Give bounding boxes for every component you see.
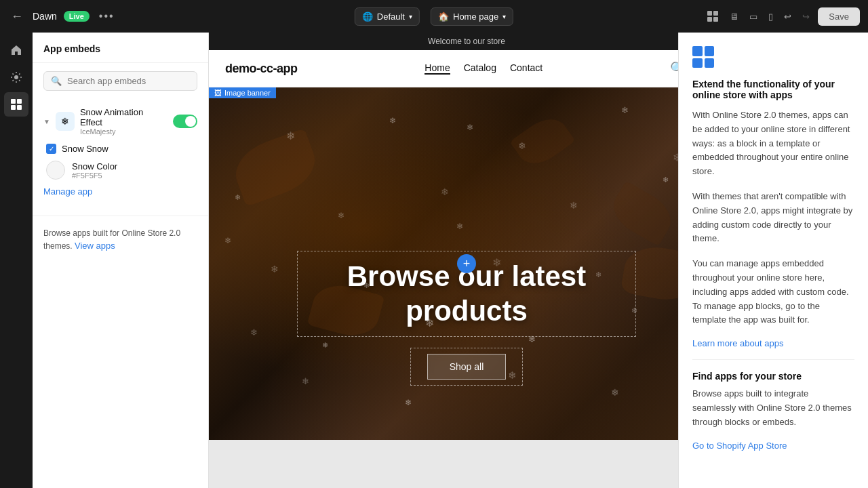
color-name: Snow Color bbox=[72, 161, 117, 171]
nav-settings-icon[interactable] bbox=[4, 65, 28, 89]
app-embed-item: ▼ ❄ Snow Animation Effect IceMajesty ✓ S… bbox=[33, 99, 208, 216]
toggle-knob bbox=[185, 116, 196, 127]
theme-dropdown[interactable]: 🌐 Default ▾ bbox=[355, 7, 420, 26]
app-settings: ✓ Snow Snow Snow Color #F5F5F5 bbox=[43, 144, 197, 180]
icon-nav bbox=[0, 33, 33, 488]
snow-snow-row: ✓ Snow Snow bbox=[46, 144, 197, 154]
svg-point-4 bbox=[14, 75, 18, 79]
nav-link-catalog[interactable]: Catalog bbox=[464, 62, 496, 75]
svg-rect-1 bbox=[713, 11, 718, 16]
globe-icon: 🌐 bbox=[362, 12, 373, 22]
panel-title: App embeds bbox=[33, 33, 208, 63]
svg-rect-8 bbox=[17, 105, 22, 110]
store-nav: demo-cc-app Home Catalog Contact 🔍 🛒 bbox=[209, 50, 678, 87]
nav-link-home[interactable]: Home bbox=[425, 62, 450, 75]
panel-footer: Browse apps built for Online Store 2.0 t… bbox=[33, 216, 208, 264]
image-icon: 🖼 bbox=[214, 89, 222, 97]
search-box[interactable]: 🔍 bbox=[43, 71, 197, 91]
app-vendor: IceMajesty bbox=[80, 127, 167, 136]
svg-rect-3 bbox=[713, 17, 718, 22]
snow-checkbox[interactable]: ✓ bbox=[46, 144, 56, 154]
find-apps-title: Find apps for your store bbox=[692, 371, 854, 382]
store-nav-links: Home Catalog Contact bbox=[425, 62, 542, 75]
store-nav-icons: 🔍 🛒 bbox=[670, 61, 678, 76]
svg-rect-2 bbox=[707, 17, 712, 22]
app-name: Snow Animation Effect bbox=[80, 107, 167, 127]
nav-home-icon[interactable] bbox=[4, 38, 28, 62]
search-input[interactable] bbox=[67, 76, 190, 86]
redo-button[interactable]: ↪ bbox=[800, 9, 812, 24]
svg-rect-0 bbox=[707, 11, 712, 16]
apps-grid-icon bbox=[692, 46, 714, 68]
home-icon: 🏠 bbox=[438, 12, 449, 22]
right-panel-title: Extend the functionality of your online … bbox=[692, 79, 854, 100]
snow-color-row: Snow Color #F5F5F5 bbox=[46, 161, 197, 180]
shop-all-button[interactable]: Shop all bbox=[427, 354, 507, 380]
right-panel-header bbox=[692, 46, 854, 68]
banner-label: 🖼 Image banner bbox=[209, 87, 276, 98]
svg-rect-7 bbox=[11, 105, 16, 110]
canvas-scroll: Welcome to our store demo-cc-app Home Ca… bbox=[209, 33, 678, 488]
nav-apps-icon[interactable] bbox=[4, 92, 28, 117]
desktop-view-button[interactable]: 🖥 bbox=[727, 9, 741, 24]
save-button[interactable]: Save bbox=[818, 7, 860, 26]
left-panel: App embeds 🔍 ▼ ❄ Snow Animation Effect I… bbox=[33, 33, 209, 488]
right-panel-para3: You can manage apps embedded throughout … bbox=[692, 257, 854, 327]
main-layout: App embeds 🔍 ▼ ❄ Snow Animation Effect I… bbox=[0, 33, 868, 488]
mobile-view-button[interactable]: ▯ bbox=[766, 9, 776, 24]
right-panel-para1: With Online Store 2.0 themes, apps can b… bbox=[692, 108, 854, 179]
view-apps-link[interactable]: View apps bbox=[75, 241, 115, 251]
chevron-down-icon: ▾ bbox=[409, 13, 412, 20]
page-dropdown[interactable]: 🏠 Home page ▾ bbox=[431, 7, 513, 26]
app-icon: ❄ bbox=[56, 112, 75, 131]
store-name: Dawn bbox=[33, 11, 57, 22]
add-block-button[interactable]: + bbox=[457, 254, 476, 273]
divider bbox=[692, 359, 854, 360]
chevron-down-icon: ▾ bbox=[502, 13, 506, 20]
color-hex: #F5F5F5 bbox=[72, 171, 117, 180]
store-frame: Welcome to our store demo-cc-app Home Ca… bbox=[209, 33, 678, 440]
shopify-app-store-link[interactable]: Go to Shopify App Store bbox=[692, 441, 854, 451]
grid-view-button[interactable] bbox=[704, 7, 722, 25]
color-swatch[interactable] bbox=[46, 161, 65, 180]
manage-app-link[interactable]: Manage app bbox=[43, 186, 197, 197]
nav-link-contact[interactable]: Contact bbox=[510, 62, 542, 75]
banner-button-box: Shop all bbox=[410, 348, 524, 386]
app-toggle[interactable] bbox=[173, 115, 197, 128]
snow-label: Snow Snow bbox=[62, 144, 108, 154]
page-label: Home page bbox=[453, 12, 498, 22]
find-apps-text: Browse apps built to integrate seamlessl… bbox=[692, 387, 854, 429]
live-badge: Live bbox=[64, 11, 90, 22]
right-panel: Extend the functionality of your online … bbox=[678, 33, 868, 488]
right-panel-para2: With themes that aren't compatible with … bbox=[692, 190, 854, 246]
undo-button[interactable]: ↩ bbox=[781, 9, 794, 24]
theme-label: Default bbox=[377, 12, 405, 22]
image-banner[interactable]: 🖼 Image banner + ❄❄❄❄❄❄❄❄❄❄❄❄❄❄❄❄❄❄❄❄❄❄❄… bbox=[209, 87, 678, 440]
store-logo: demo-cc-app bbox=[225, 62, 298, 76]
svg-rect-5 bbox=[11, 99, 16, 104]
store-announcement: Welcome to our store bbox=[209, 33, 678, 50]
search-icon: 🔍 bbox=[51, 76, 62, 86]
collapse-button[interactable]: ▼ bbox=[43, 118, 50, 125]
tablet-view-button[interactable]: ▭ bbox=[747, 9, 760, 24]
svg-rect-6 bbox=[17, 99, 22, 104]
check-icon: ✓ bbox=[49, 145, 54, 152]
learn-more-link[interactable]: Learn more about apps bbox=[692, 338, 854, 348]
canvas-area: Welcome to our store demo-cc-app Home Ca… bbox=[209, 33, 678, 488]
topbar: ← Dawn Live ••• 🌐 Default ▾ 🏠 Home page … bbox=[0, 0, 868, 33]
more-options-button[interactable]: ••• bbox=[96, 7, 117, 25]
search-icon[interactable]: 🔍 bbox=[670, 61, 678, 76]
back-button[interactable]: ← bbox=[8, 7, 26, 26]
